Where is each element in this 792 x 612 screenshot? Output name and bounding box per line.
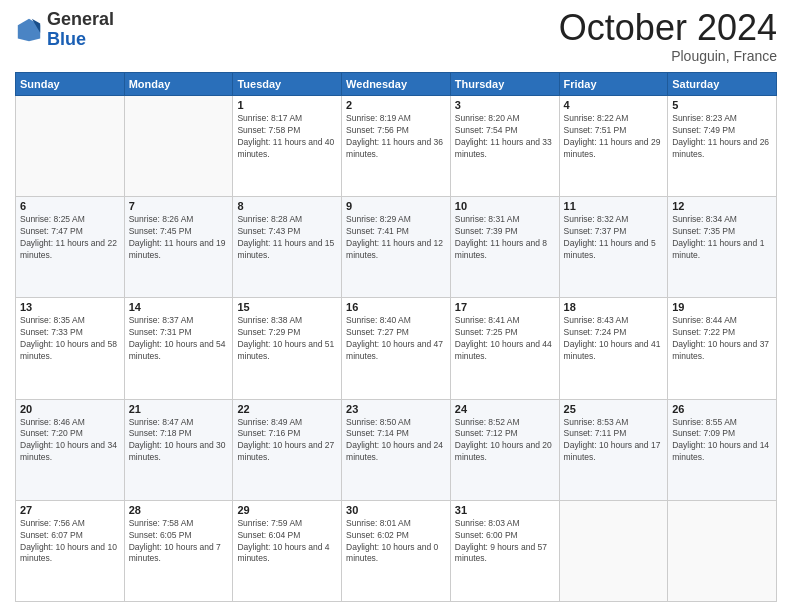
calendar-week-row: 20Sunrise: 8:46 AM Sunset: 7:20 PM Dayli… bbox=[16, 399, 777, 500]
day-number: 21 bbox=[129, 403, 229, 415]
calendar-day-cell: 14Sunrise: 8:37 AM Sunset: 7:31 PM Dayli… bbox=[124, 298, 233, 399]
weekday-header: Saturday bbox=[668, 73, 777, 96]
day-detail: Sunrise: 8:40 AM Sunset: 7:27 PM Dayligh… bbox=[346, 315, 446, 363]
day-number: 2 bbox=[346, 99, 446, 111]
month-title: October 2024 bbox=[559, 10, 777, 46]
day-detail: Sunrise: 7:58 AM Sunset: 6:05 PM Dayligh… bbox=[129, 518, 229, 566]
calendar-day-cell: 6Sunrise: 8:25 AM Sunset: 7:47 PM Daylig… bbox=[16, 197, 125, 298]
day-detail: Sunrise: 8:47 AM Sunset: 7:18 PM Dayligh… bbox=[129, 417, 229, 465]
weekday-header: Tuesday bbox=[233, 73, 342, 96]
day-number: 3 bbox=[455, 99, 555, 111]
calendar-day-cell: 9Sunrise: 8:29 AM Sunset: 7:41 PM Daylig… bbox=[342, 197, 451, 298]
calendar-day-cell: 12Sunrise: 8:34 AM Sunset: 7:35 PM Dayli… bbox=[668, 197, 777, 298]
day-number: 1 bbox=[237, 99, 337, 111]
day-number: 20 bbox=[20, 403, 120, 415]
calendar-day-cell: 7Sunrise: 8:26 AM Sunset: 7:45 PM Daylig… bbox=[124, 197, 233, 298]
day-detail: Sunrise: 8:55 AM Sunset: 7:09 PM Dayligh… bbox=[672, 417, 772, 465]
day-detail: Sunrise: 8:29 AM Sunset: 7:41 PM Dayligh… bbox=[346, 214, 446, 262]
day-number: 31 bbox=[455, 504, 555, 516]
day-detail: Sunrise: 8:43 AM Sunset: 7:24 PM Dayligh… bbox=[564, 315, 664, 363]
calendar-day-cell: 4Sunrise: 8:22 AM Sunset: 7:51 PM Daylig… bbox=[559, 96, 668, 197]
calendar-day-cell: 24Sunrise: 8:52 AM Sunset: 7:12 PM Dayli… bbox=[450, 399, 559, 500]
calendar-header-row: SundayMondayTuesdayWednesdayThursdayFrid… bbox=[16, 73, 777, 96]
calendar-day-cell: 29Sunrise: 7:59 AM Sunset: 6:04 PM Dayli… bbox=[233, 500, 342, 601]
calendar-day-cell: 23Sunrise: 8:50 AM Sunset: 7:14 PM Dayli… bbox=[342, 399, 451, 500]
logo-icon bbox=[15, 16, 43, 44]
day-detail: Sunrise: 8:38 AM Sunset: 7:29 PM Dayligh… bbox=[237, 315, 337, 363]
day-number: 22 bbox=[237, 403, 337, 415]
calendar-day-cell: 16Sunrise: 8:40 AM Sunset: 7:27 PM Dayli… bbox=[342, 298, 451, 399]
day-detail: Sunrise: 8:31 AM Sunset: 7:39 PM Dayligh… bbox=[455, 214, 555, 262]
day-detail: Sunrise: 7:56 AM Sunset: 6:07 PM Dayligh… bbox=[20, 518, 120, 566]
day-number: 8 bbox=[237, 200, 337, 212]
day-number: 15 bbox=[237, 301, 337, 313]
weekday-header: Thursday bbox=[450, 73, 559, 96]
day-detail: Sunrise: 8:53 AM Sunset: 7:11 PM Dayligh… bbox=[564, 417, 664, 465]
calendar-week-row: 6Sunrise: 8:25 AM Sunset: 7:47 PM Daylig… bbox=[16, 197, 777, 298]
day-number: 10 bbox=[455, 200, 555, 212]
day-number: 26 bbox=[672, 403, 772, 415]
day-detail: Sunrise: 8:35 AM Sunset: 7:33 PM Dayligh… bbox=[20, 315, 120, 363]
day-number: 7 bbox=[129, 200, 229, 212]
calendar-day-cell: 18Sunrise: 8:43 AM Sunset: 7:24 PM Dayli… bbox=[559, 298, 668, 399]
calendar-day-cell: 27Sunrise: 7:56 AM Sunset: 6:07 PM Dayli… bbox=[16, 500, 125, 601]
day-number: 4 bbox=[564, 99, 664, 111]
header: General Blue October 2024 Plouguin, Fran… bbox=[15, 10, 777, 64]
location-subtitle: Plouguin, France bbox=[559, 48, 777, 64]
day-number: 12 bbox=[672, 200, 772, 212]
day-detail: Sunrise: 8:23 AM Sunset: 7:49 PM Dayligh… bbox=[672, 113, 772, 161]
day-detail: Sunrise: 8:25 AM Sunset: 7:47 PM Dayligh… bbox=[20, 214, 120, 262]
day-detail: Sunrise: 8:19 AM Sunset: 7:56 PM Dayligh… bbox=[346, 113, 446, 161]
day-number: 14 bbox=[129, 301, 229, 313]
day-number: 24 bbox=[455, 403, 555, 415]
day-number: 17 bbox=[455, 301, 555, 313]
day-detail: Sunrise: 8:26 AM Sunset: 7:45 PM Dayligh… bbox=[129, 214, 229, 262]
calendar-table: SundayMondayTuesdayWednesdayThursdayFrid… bbox=[15, 72, 777, 602]
day-detail: Sunrise: 8:20 AM Sunset: 7:54 PM Dayligh… bbox=[455, 113, 555, 161]
calendar-day-cell bbox=[124, 96, 233, 197]
calendar-week-row: 1Sunrise: 8:17 AM Sunset: 7:58 PM Daylig… bbox=[16, 96, 777, 197]
calendar-week-row: 13Sunrise: 8:35 AM Sunset: 7:33 PM Dayli… bbox=[16, 298, 777, 399]
calendar-day-cell: 11Sunrise: 8:32 AM Sunset: 7:37 PM Dayli… bbox=[559, 197, 668, 298]
day-detail: Sunrise: 8:17 AM Sunset: 7:58 PM Dayligh… bbox=[237, 113, 337, 161]
day-detail: Sunrise: 8:41 AM Sunset: 7:25 PM Dayligh… bbox=[455, 315, 555, 363]
day-detail: Sunrise: 8:52 AM Sunset: 7:12 PM Dayligh… bbox=[455, 417, 555, 465]
weekday-header: Friday bbox=[559, 73, 668, 96]
day-detail: Sunrise: 8:34 AM Sunset: 7:35 PM Dayligh… bbox=[672, 214, 772, 262]
calendar-day-cell: 25Sunrise: 8:53 AM Sunset: 7:11 PM Dayli… bbox=[559, 399, 668, 500]
day-number: 11 bbox=[564, 200, 664, 212]
day-number: 5 bbox=[672, 99, 772, 111]
calendar-day-cell: 17Sunrise: 8:41 AM Sunset: 7:25 PM Dayli… bbox=[450, 298, 559, 399]
day-detail: Sunrise: 7:59 AM Sunset: 6:04 PM Dayligh… bbox=[237, 518, 337, 566]
day-number: 9 bbox=[346, 200, 446, 212]
day-number: 6 bbox=[20, 200, 120, 212]
calendar-day-cell: 28Sunrise: 7:58 AM Sunset: 6:05 PM Dayli… bbox=[124, 500, 233, 601]
calendar-week-row: 27Sunrise: 7:56 AM Sunset: 6:07 PM Dayli… bbox=[16, 500, 777, 601]
weekday-header: Wednesday bbox=[342, 73, 451, 96]
calendar-day-cell: 22Sunrise: 8:49 AM Sunset: 7:16 PM Dayli… bbox=[233, 399, 342, 500]
day-detail: Sunrise: 8:22 AM Sunset: 7:51 PM Dayligh… bbox=[564, 113, 664, 161]
calendar-day-cell bbox=[16, 96, 125, 197]
day-number: 18 bbox=[564, 301, 664, 313]
day-number: 23 bbox=[346, 403, 446, 415]
calendar-day-cell: 26Sunrise: 8:55 AM Sunset: 7:09 PM Dayli… bbox=[668, 399, 777, 500]
page: General Blue October 2024 Plouguin, Fran… bbox=[0, 0, 792, 612]
calendar-day-cell bbox=[668, 500, 777, 601]
day-detail: Sunrise: 8:01 AM Sunset: 6:02 PM Dayligh… bbox=[346, 518, 446, 566]
calendar-day-cell: 3Sunrise: 8:20 AM Sunset: 7:54 PM Daylig… bbox=[450, 96, 559, 197]
weekday-header: Sunday bbox=[16, 73, 125, 96]
day-number: 30 bbox=[346, 504, 446, 516]
logo: General Blue bbox=[15, 10, 114, 50]
calendar-day-cell: 21Sunrise: 8:47 AM Sunset: 7:18 PM Dayli… bbox=[124, 399, 233, 500]
calendar-day-cell: 20Sunrise: 8:46 AM Sunset: 7:20 PM Dayli… bbox=[16, 399, 125, 500]
day-number: 27 bbox=[20, 504, 120, 516]
calendar-day-cell: 31Sunrise: 8:03 AM Sunset: 6:00 PM Dayli… bbox=[450, 500, 559, 601]
day-number: 28 bbox=[129, 504, 229, 516]
day-detail: Sunrise: 8:46 AM Sunset: 7:20 PM Dayligh… bbox=[20, 417, 120, 465]
day-number: 16 bbox=[346, 301, 446, 313]
calendar-day-cell: 15Sunrise: 8:38 AM Sunset: 7:29 PM Dayli… bbox=[233, 298, 342, 399]
calendar-day-cell: 30Sunrise: 8:01 AM Sunset: 6:02 PM Dayli… bbox=[342, 500, 451, 601]
day-number: 29 bbox=[237, 504, 337, 516]
day-number: 19 bbox=[672, 301, 772, 313]
day-detail: Sunrise: 8:32 AM Sunset: 7:37 PM Dayligh… bbox=[564, 214, 664, 262]
